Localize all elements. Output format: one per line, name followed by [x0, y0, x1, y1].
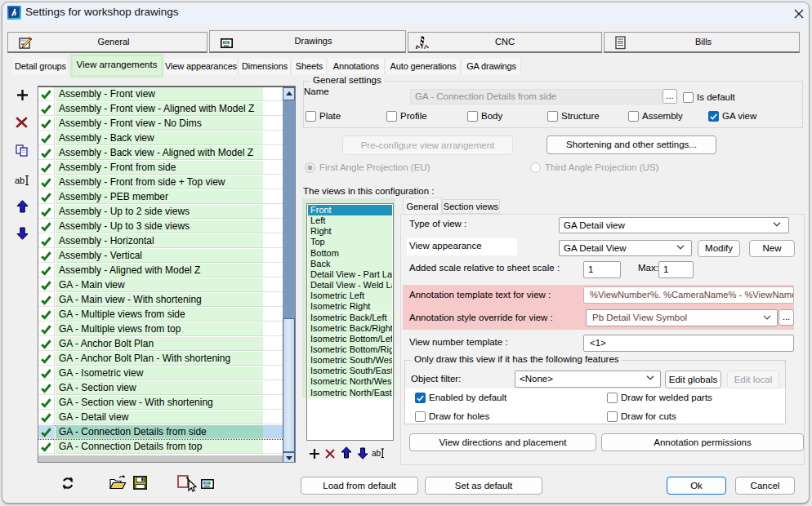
svg-text:ab: ab — [15, 175, 25, 185]
svg-text:ab: ab — [372, 449, 381, 458]
